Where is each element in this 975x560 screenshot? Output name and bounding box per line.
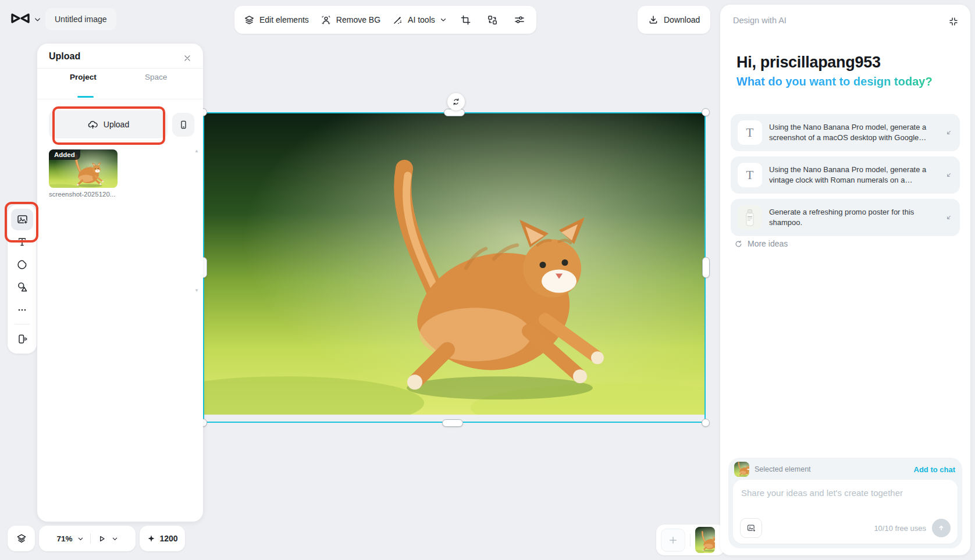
ai-subtitle: What do you want to design today? bbox=[736, 75, 933, 88]
close-icon bbox=[183, 54, 191, 62]
suggestion-text: Using the Nano Banana Pro model, generat… bbox=[769, 165, 938, 186]
add-to-chat-button[interactable]: Add to chat bbox=[914, 465, 956, 474]
uploaded-asset-filename: screenshot-2025120... bbox=[49, 191, 142, 198]
zoom-level[interactable]: 71% bbox=[56, 534, 72, 543]
selection-frame[interactable] bbox=[203, 112, 706, 423]
collapse-panel-button[interactable] bbox=[946, 14, 961, 29]
download-button[interactable]: Download bbox=[638, 6, 710, 34]
workspace-chevron-down-icon[interactable] bbox=[34, 16, 41, 23]
upload-header-divider bbox=[37, 68, 203, 69]
edit-elements-button[interactable]: Edit elements bbox=[244, 15, 309, 26]
rail-item-more[interactable] bbox=[11, 299, 33, 320]
tab-space[interactable]: Space bbox=[145, 73, 167, 81]
upload-button[interactable]: Upload bbox=[49, 110, 168, 138]
resize-handle-bottom-right[interactable] bbox=[702, 419, 710, 427]
document-title[interactable]: Untitled image bbox=[45, 8, 116, 30]
rotate-handle[interactable] bbox=[447, 93, 465, 110]
suggestion-text: Generate a refreshing promo poster for t… bbox=[769, 207, 938, 228]
page-thumbnail[interactable] bbox=[695, 527, 715, 553]
rotate-icon bbox=[451, 97, 461, 106]
collapse-icon bbox=[948, 16, 959, 27]
download-icon bbox=[648, 15, 659, 25]
swap-replace-icon bbox=[487, 15, 498, 26]
attach-image-button[interactable] bbox=[740, 518, 762, 538]
page-thumb-cat-image bbox=[695, 527, 715, 553]
magic-wand-icon bbox=[392, 15, 403, 26]
remove-bg-button[interactable]: Remove BG bbox=[321, 15, 380, 26]
chat-input-footer: 10/10 free uses bbox=[740, 518, 951, 538]
ai-tools-button[interactable]: AI tools bbox=[392, 15, 447, 26]
layers-icon bbox=[244, 15, 255, 26]
left-tool-rail bbox=[8, 205, 37, 354]
rail-divider bbox=[15, 324, 30, 324]
replace-button[interactable] bbox=[485, 12, 500, 27]
preview-chevron-down-icon[interactable] bbox=[112, 536, 118, 542]
sliders-icon bbox=[514, 14, 525, 26]
document-title-label: Untitled image bbox=[55, 15, 107, 24]
cloud-upload-icon bbox=[87, 119, 98, 130]
add-page-button[interactable] bbox=[661, 529, 685, 552]
upload-from-phone-button[interactable] bbox=[172, 113, 194, 137]
text-tool-icon bbox=[16, 236, 28, 248]
crop-button[interactable] bbox=[458, 12, 474, 27]
scroll-up-arrow[interactable]: ▲ bbox=[194, 148, 199, 154]
insert-arrow-icon[interactable] bbox=[945, 213, 953, 222]
zoom-divider bbox=[90, 533, 91, 544]
suggestion-cards: T Using the Nano Banana Pro model, gener… bbox=[731, 114, 960, 236]
pages-strip bbox=[656, 525, 725, 555]
zoom-chevron-down-icon[interactable] bbox=[77, 536, 84, 542]
crop-icon bbox=[460, 15, 471, 26]
free-uses-label: 10/10 free uses bbox=[874, 524, 926, 533]
upload-tabs-divider bbox=[37, 99, 203, 99]
upload-panel-close-button[interactable] bbox=[181, 52, 194, 65]
image-add-icon bbox=[746, 523, 756, 533]
text-prompt-icon: T bbox=[738, 120, 762, 145]
person-cutout-icon bbox=[321, 15, 332, 26]
resize-handle-bottom[interactable] bbox=[442, 419, 463, 427]
rail-item-mockup[interactable] bbox=[11, 328, 33, 349]
send-button[interactable] bbox=[932, 519, 951, 537]
app-logo[interactable] bbox=[10, 10, 30, 28]
design-with-ai-panel: Design with AI Hi, priscillapang953 What… bbox=[720, 5, 970, 555]
shapes-icon bbox=[16, 281, 29, 293]
main-toolbar: Edit elements Remove BG AI tools bbox=[234, 6, 536, 34]
rail-item-elements[interactable] bbox=[11, 277, 33, 298]
image-add-icon bbox=[16, 213, 29, 226]
upload-panel-title: Upload bbox=[49, 51, 80, 62]
credits-button[interactable]: 1200 bbox=[140, 526, 185, 551]
scroll-down-arrow[interactable]: ▼ bbox=[194, 288, 199, 293]
selected-element-row: Selected element Add to chat bbox=[733, 462, 958, 480]
resize-handle-right[interactable] bbox=[702, 257, 710, 278]
rail-item-stickers[interactable] bbox=[11, 254, 33, 276]
suggestion-card-clock[interactable]: T Using the Nano Banana Pro model, gener… bbox=[731, 156, 960, 194]
capcut-logo-icon bbox=[10, 10, 30, 28]
suggestion-card-macos[interactable]: T Using the Nano Banana Pro model, gener… bbox=[731, 114, 960, 151]
insert-arrow-icon[interactable] bbox=[945, 129, 953, 137]
adjust-button[interactable] bbox=[512, 12, 527, 27]
tab-project[interactable]: Project bbox=[70, 73, 97, 81]
resize-handle-top-right[interactable] bbox=[702, 108, 710, 116]
more-ideas-button[interactable]: More ideas bbox=[734, 239, 788, 248]
chat-composer: Selected element Add to chat bbox=[728, 458, 962, 548]
upload-button-label: Upload bbox=[104, 120, 129, 129]
refresh-icon bbox=[734, 240, 743, 248]
sticker-icon bbox=[16, 259, 28, 270]
remove-bg-label: Remove BG bbox=[336, 15, 380, 24]
ai-panel-header: Design with AI bbox=[733, 16, 787, 25]
rail-item-text[interactable] bbox=[11, 231, 33, 253]
device-mockup-icon bbox=[16, 333, 28, 345]
layers-button[interactable] bbox=[8, 526, 35, 551]
insert-arrow-icon[interactable] bbox=[945, 171, 953, 179]
suggestion-text: Using the Nano Banana Pro model, generat… bbox=[769, 122, 938, 143]
upload-panel: Upload Project Space Upload Added bbox=[37, 44, 203, 522]
credits-value: 1200 bbox=[159, 534, 177, 543]
pages-divider bbox=[690, 534, 691, 547]
chat-input[interactable] bbox=[733, 480, 958, 510]
preview-play-icon[interactable] bbox=[97, 534, 107, 544]
uploaded-asset-thumbnail[interactable]: Added bbox=[49, 149, 118, 188]
ai-tools-label: AI tools bbox=[408, 15, 435, 24]
ellipsis-icon bbox=[16, 304, 28, 316]
suggestion-card-shampoo[interactable]: Generate a refreshing promo poster for t… bbox=[731, 199, 960, 236]
rail-item-media[interactable] bbox=[11, 209, 33, 230]
selected-element-thumbnail bbox=[734, 462, 749, 477]
